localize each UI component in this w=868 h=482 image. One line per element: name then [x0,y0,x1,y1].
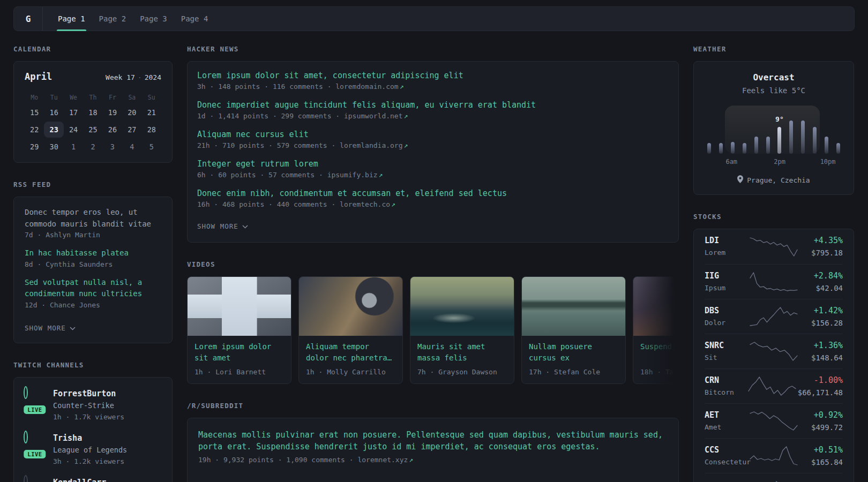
twitch-channel-row[interactable]: LIVE ForrestBurton Counter-Strike 1h · 1… [24,388,162,422]
hn-story-link[interactable]: Donec imperdiet augue tincidunt felis al… [197,100,669,110]
stock-name: Lorem [705,248,749,258]
stock-price: $66,171.48 [798,388,843,397]
video-title[interactable]: Suspendisse diam [640,341,679,364]
tab-page-3[interactable]: Page 3 [133,7,174,31]
video-thumbnail[interactable] [299,277,402,336]
channel-meta: 3h · 1.2k viewers [53,457,127,466]
rss-item: In hac habitasse platea 8d · Cynthia Sau… [25,247,161,268]
weekday-label: Su [142,92,161,103]
video-card[interactable]: Nullam posuere cursus ex 17h · Stefan Co… [521,276,626,384]
calendar-day: 21 [142,104,161,120]
hn-domain-link[interactable]: loremdomain.com↗ [335,82,403,91]
external-link-icon: ↗ [391,200,395,208]
channel-name[interactable]: Trisha [53,433,127,443]
rss-item-meta: 12d · Chance Jones [25,301,161,309]
stock-row[interactable]: DBSDolor +1.42%$156.28 [705,299,843,334]
stock-row[interactable]: CCSConsectetur +0.51%$165.84 [705,438,843,473]
weather-bar [836,143,840,154]
stock-name: Consectetur [705,457,749,467]
video-thumbnail[interactable] [522,277,625,336]
rss-item-meta: 8d · Cynthia Saunders [25,260,161,268]
dashboard-page: { "colors": { "accent": "#57c7a3", "posi… [0,0,868,482]
rss-item: Donec tempor eros leo, ut commodo mauris… [25,207,161,239]
video-card[interactable]: Aliquam tempor dolor nec pharetra… 1h · … [298,276,403,384]
stock-price: $499.72 [799,423,843,432]
stock-change: +2.84% [799,271,843,281]
calendar-day: 22 [25,122,44,138]
hn-story: Donec enim nibh, condimentum et accumsan… [197,188,669,208]
videos-row: Lorem ipsum dolor sit amet consectetu… 1… [187,276,679,384]
video-card[interactable]: Mauris sit amet massa felis 7h · Grayson… [410,276,514,384]
video-title[interactable]: Nullam posuere cursus ex [529,341,618,364]
stock-row[interactable]: LDILorem +4.35%$795.18 [705,229,843,264]
twitch-widget: TWITCH CHANNELS LIVE ForrestBurton Count… [13,361,173,482]
video-thumbnail[interactable] [410,277,514,336]
avatar-ring [24,431,28,443]
tab-page-2[interactable]: Page 2 [92,7,133,31]
right-column: WEATHER Overcast Feels like 5°C 9° 6am 2… [693,45,854,482]
weather-bar [707,143,711,154]
hn-domain-link[interactable]: ipsumify.biz↗ [327,171,383,179]
weather-bar-current: 9° [777,127,781,154]
video-title[interactable]: Lorem ipsum dolor sit amet consectetu… [194,341,284,364]
weekday-label: Sa [122,92,141,103]
calendar-widget-title: CALENDAR [13,45,173,53]
video-title[interactable]: Aliquam tempor dolor nec pharetra… [306,341,395,364]
twitch-channel-row[interactable]: LIVE Trisha League of Legends 3h · 1.2k … [24,433,162,466]
calendar-day: 28 [142,122,161,138]
hn-story-meta: 21h · 710 points · 579 comments · loreml… [197,141,669,149]
weather-condition: Overcast [706,72,842,82]
hn-story-link[interactable]: Donec enim nibh, condimentum et accumsan… [197,188,669,199]
hn-show-more-button[interactable]: SHOW MORE [197,222,248,230]
twitch-channel-row[interactable]: KendallCarr [24,477,162,482]
video-card[interactable]: Lorem ipsum dolor sit amet consectetu… 1… [187,276,291,384]
weather-bar [731,142,735,154]
stock-row[interactable]: AHS +0.46% [705,473,843,482]
hn-story-link[interactable]: Integer eget rutrum lorem [197,159,669,169]
video-title[interactable]: Mauris sit amet massa felis [417,341,507,364]
stock-row[interactable]: SNRCSit +1.36%$148.64 [705,334,843,368]
channel-name[interactable]: KendallCarr [53,477,106,482]
hn-story-meta: 16h · 468 points · 440 comments · loremt… [197,200,669,208]
rss-item-link[interactable]: In hac habitasse platea [25,247,161,259]
stock-name: Sit [705,353,749,363]
rss-item-link[interactable]: Sed volutpat nulla nisl, a condimentum n… [25,277,161,300]
stock-row[interactable]: CRNBitcorn -1.00%$66,171.48 [705,368,843,403]
weather-time-axis: 6am 2pm 10pm [706,158,842,167]
hn-domain-link[interactable]: ipsumworld.net↗ [344,112,408,120]
stock-row[interactable]: IIGIpsum +2.84%$42.04 [705,264,843,299]
tab-page-1[interactable]: Page 1 [51,7,92,31]
hn-story-link[interactable]: Aliquam nec cursus elit [197,129,669,140]
stocks-card: LDILorem +4.35%$795.18 IIGIpsum +2.84%$4… [693,229,854,482]
stock-sparkline [747,376,798,396]
stock-name: Amet [705,423,749,432]
video-card[interactable]: Suspendisse diam 18h · Tara [633,276,679,384]
twitch-card: LIVE ForrestBurton Counter-Strike 1h · 1… [13,377,173,482]
hn-domain-link[interactable]: loremtech.co↗ [340,200,395,208]
tab-page-4[interactable]: Page 4 [174,7,215,31]
reddit-post: Maecenas mollis pulvinar erat non posuer… [198,429,668,464]
middle-column: HACKER NEWS Lorem ipsum dolor sit amet, … [187,45,679,482]
current-temperature-label: 9° [775,115,784,123]
stock-price: $165.84 [799,457,843,467]
stock-name: Bitcorn [705,388,747,397]
time-label: 6am [725,158,737,165]
calendar-day: 18 [83,104,102,120]
rss-show-more-button[interactable]: SHOW MORE [25,324,76,332]
reddit-domain-link[interactable]: loremnet.xyz↗ [357,456,413,464]
stock-row[interactable]: AETAmet +0.92%$499.72 [705,403,843,438]
external-link-icon: ↗ [409,456,413,464]
weekday-label: Tu [44,92,63,103]
video-thumbnail[interactable] [188,277,291,336]
channel-name[interactable]: ForrestBurton [53,388,124,399]
calendar-day-selected: 23 [44,122,63,138]
reddit-post-link[interactable]: Maecenas mollis pulvinar erat non posuer… [198,429,668,453]
hn-domain-link[interactable]: loremlandia.org↗ [340,141,408,149]
video-thumbnail[interactable] [633,277,679,336]
app-logo[interactable]: G [14,7,43,31]
hn-story-link[interactable]: Lorem ipsum dolor sit amet, consectetur … [197,70,669,81]
rss-item-link[interactable]: Donec tempor eros leo, ut commodo mauris… [25,207,161,230]
channel-game: League of Legends [53,445,127,455]
stock-sparkline [749,237,799,257]
calendar-day-next-month: 5 [142,139,161,155]
